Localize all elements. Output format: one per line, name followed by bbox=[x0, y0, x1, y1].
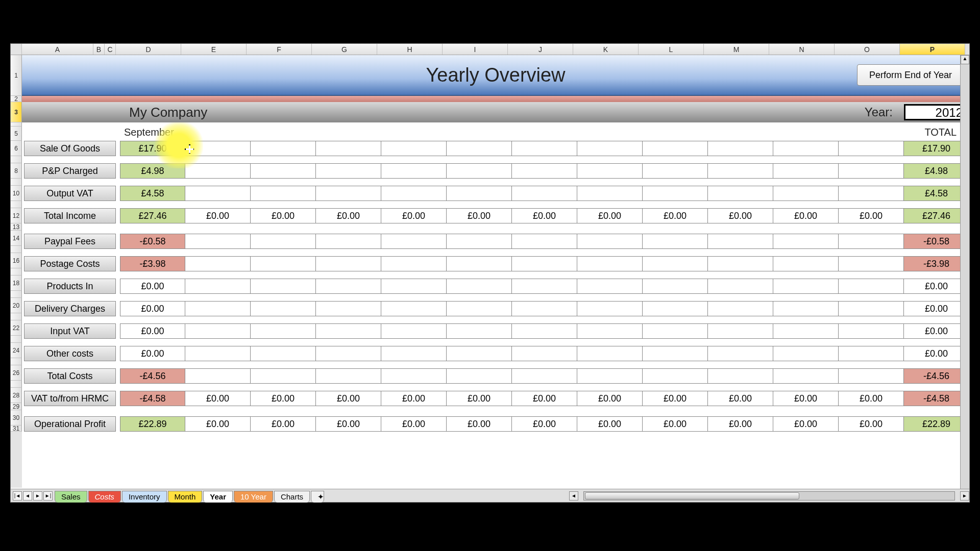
column-header-D[interactable]: D bbox=[116, 44, 181, 55]
cell[interactable] bbox=[185, 301, 251, 316]
cell[interactable] bbox=[839, 346, 904, 361]
cell[interactable]: £0.00 bbox=[381, 391, 447, 406]
cell[interactable] bbox=[185, 368, 251, 384]
row-header-13[interactable]: 13 bbox=[11, 223, 22, 231]
cell[interactable] bbox=[839, 301, 904, 316]
cell[interactable] bbox=[577, 141, 643, 156]
cell[interactable] bbox=[251, 186, 316, 201]
cell[interactable] bbox=[839, 256, 904, 271]
cell[interactable] bbox=[381, 234, 447, 249]
cell[interactable] bbox=[643, 141, 708, 156]
cell[interactable] bbox=[251, 234, 316, 249]
cell[interactable]: £0.00 bbox=[643, 208, 708, 223]
cell[interactable] bbox=[512, 141, 577, 156]
row-header-12[interactable]: 12 bbox=[11, 208, 22, 223]
cell[interactable] bbox=[643, 186, 708, 201]
row-header-blank-10[interactable] bbox=[11, 201, 22, 208]
cell[interactable]: £0.00 bbox=[577, 416, 643, 432]
cell[interactable] bbox=[708, 346, 773, 361]
cell[interactable] bbox=[512, 323, 577, 339]
tab-first-button[interactable]: |◄ bbox=[13, 491, 22, 500]
cell[interactable] bbox=[185, 279, 251, 294]
cell[interactable] bbox=[185, 141, 251, 156]
cell[interactable] bbox=[185, 234, 251, 249]
column-header-E[interactable]: E bbox=[181, 44, 247, 55]
cell[interactable] bbox=[381, 301, 447, 316]
cell[interactable] bbox=[251, 163, 316, 179]
cell[interactable]: £0.00 bbox=[512, 391, 577, 406]
cell[interactable] bbox=[316, 368, 381, 384]
row-header-24[interactable]: 24 bbox=[11, 343, 22, 358]
select-all-corner[interactable] bbox=[11, 44, 22, 55]
cell[interactable] bbox=[316, 163, 381, 179]
cell[interactable] bbox=[773, 346, 839, 361]
cell[interactable] bbox=[643, 163, 708, 179]
cell[interactable] bbox=[447, 368, 512, 384]
row-header-blank-26[interactable] bbox=[11, 381, 22, 388]
column-header-C[interactable]: C bbox=[105, 44, 116, 55]
row-header-blank-8[interactable] bbox=[11, 179, 22, 186]
column-header-H[interactable]: H bbox=[377, 44, 443, 55]
row-header-6[interactable]: 6 bbox=[11, 141, 22, 156]
sheet-tab-inventory[interactable]: Inventory bbox=[122, 491, 167, 503]
cell[interactable]: £0.00 bbox=[577, 208, 643, 223]
cell[interactable] bbox=[839, 234, 904, 249]
cell-d[interactable]: -£4.58 bbox=[120, 391, 185, 406]
column-header-P[interactable]: P bbox=[900, 44, 965, 55]
cell[interactable] bbox=[773, 279, 839, 294]
row-header-26[interactable]: 26 bbox=[11, 365, 22, 381]
cell[interactable] bbox=[839, 323, 904, 339]
sheet-tab-charts[interactable]: Charts bbox=[274, 491, 310, 503]
sheet-tab-year[interactable]: Year bbox=[203, 491, 233, 503]
cell-total[interactable]: £4.98 bbox=[904, 163, 969, 179]
cell[interactable] bbox=[577, 163, 643, 179]
cell[interactable] bbox=[316, 346, 381, 361]
cell[interactable] bbox=[447, 346, 512, 361]
cell-total[interactable]: -£4.58 bbox=[904, 391, 969, 406]
cell-d[interactable]: £0.00 bbox=[120, 323, 185, 339]
column-header-M[interactable]: M bbox=[704, 44, 769, 55]
row-header-blank-14[interactable] bbox=[11, 246, 22, 253]
cell-total[interactable]: -£0.58 bbox=[904, 234, 969, 249]
cell[interactable] bbox=[185, 323, 251, 339]
cell[interactable] bbox=[447, 186, 512, 201]
cell[interactable] bbox=[251, 368, 316, 384]
cell[interactable] bbox=[316, 186, 381, 201]
hscroll-right-button[interactable]: ► bbox=[960, 491, 969, 500]
cell[interactable] bbox=[577, 346, 643, 361]
perform-end-of-year-button[interactable]: Perform End of Year bbox=[857, 64, 964, 86]
cell[interactable] bbox=[251, 346, 316, 361]
tab-prev-button[interactable]: ◄ bbox=[23, 491, 32, 500]
cell[interactable] bbox=[251, 279, 316, 294]
cell[interactable]: £0.00 bbox=[316, 416, 381, 432]
cell[interactable] bbox=[512, 301, 577, 316]
cell[interactable] bbox=[447, 301, 512, 316]
sheet-tab-10-year[interactable]: 10 Year bbox=[234, 491, 273, 503]
cell-d[interactable]: £0.00 bbox=[120, 346, 185, 361]
cell[interactable] bbox=[447, 323, 512, 339]
cell[interactable] bbox=[839, 368, 904, 384]
cell[interactable] bbox=[512, 234, 577, 249]
cell[interactable] bbox=[251, 323, 316, 339]
horizontal-scrollbar[interactable] bbox=[583, 491, 955, 500]
hscroll-left-button[interactable]: ◄ bbox=[569, 491, 578, 500]
vertical-scrollbar[interactable]: ▲ bbox=[960, 55, 969, 489]
cell[interactable] bbox=[773, 301, 839, 316]
cell[interactable] bbox=[839, 186, 904, 201]
column-header-K[interactable]: K bbox=[573, 44, 639, 55]
cell[interactable]: £0.00 bbox=[839, 391, 904, 406]
cell[interactable] bbox=[708, 234, 773, 249]
cell[interactable] bbox=[708, 323, 773, 339]
cell[interactable] bbox=[708, 141, 773, 156]
cell[interactable] bbox=[577, 368, 643, 384]
cell[interactable]: £0.00 bbox=[839, 416, 904, 432]
cell-total[interactable]: -£3.98 bbox=[904, 256, 969, 271]
cell[interactable]: £0.00 bbox=[577, 391, 643, 406]
row-header-1[interactable]: 1 bbox=[11, 55, 22, 96]
cell[interactable]: £0.00 bbox=[185, 391, 251, 406]
year-value-cell[interactable]: 2012 bbox=[904, 104, 968, 120]
column-header-A[interactable]: A bbox=[22, 44, 93, 55]
cell[interactable] bbox=[643, 234, 708, 249]
cell[interactable]: £0.00 bbox=[251, 416, 316, 432]
cell-d[interactable]: £22.89 bbox=[120, 416, 185, 432]
